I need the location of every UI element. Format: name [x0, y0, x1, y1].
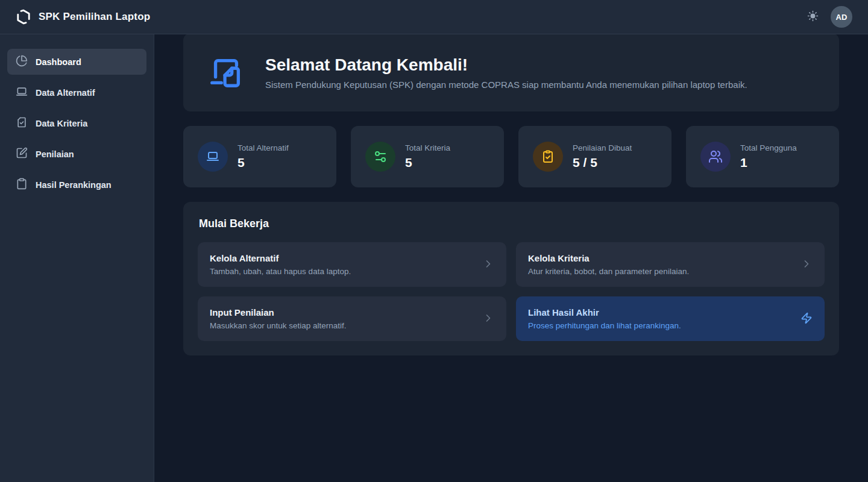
sidebar-item-label: Data Alternatif: [36, 88, 95, 98]
stat-card-total-kriteria: Total Kriteria 5: [351, 126, 504, 187]
sidebar-item-data-alternatif[interactable]: Data Alternatif: [7, 80, 146, 105]
users-icon: [700, 142, 731, 172]
stat-label: Total Kriteria: [405, 143, 450, 152]
user-avatar[interactable]: AD: [831, 6, 852, 28]
stat-card-total-alternatif: Total Alternatif 5: [183, 126, 336, 187]
action-description: Proses perhitungan dan lihat perankingan…: [528, 321, 681, 330]
action-description: Atur kriteria, bobot, dan parameter peni…: [528, 267, 689, 276]
laptop-file-icon: [207, 54, 245, 91]
app-logo-icon: [16, 9, 31, 25]
sun-icon: [807, 10, 819, 23]
action-title: Kelola Kriteria: [528, 253, 689, 263]
chevron-right-icon: [482, 258, 494, 272]
lihat-hasil-akhir-button[interactable]: Lihat Hasil Akhir Proses perhitungan dan…: [516, 296, 825, 341]
clipboard-check-icon: [533, 142, 563, 172]
clipboard-check-icon: [16, 116, 28, 130]
action-description: Masukkan skor untuk setiap alternatif.: [210, 321, 347, 330]
main-content: Selamat Datang Kembali! Sistem Pendukung…: [154, 0, 868, 380]
stat-value: 5 / 5: [573, 155, 632, 170]
laptop-icon: [198, 142, 228, 172]
zap-icon: [800, 312, 813, 326]
stat-label: Total Pengguna: [740, 143, 797, 152]
welcome-card: Selamat Datang Kembali! Sistem Pendukung…: [183, 33, 839, 111]
brand: SPK Pemilihan Laptop: [16, 9, 150, 25]
quick-start-grid: Kelola Alternatif Tambah, ubah, atau hap…: [198, 242, 825, 341]
sidebar-item-data-kriteria[interactable]: Data Kriteria: [7, 110, 146, 136]
stat-value: 5: [237, 155, 289, 170]
chevron-right-icon: [482, 312, 494, 326]
sidebar-item-label: Penilaian: [36, 149, 74, 159]
pie-chart-icon: [16, 55, 28, 69]
sidebar-item-label: Data Kriteria: [36, 119, 87, 128]
laptop-icon: [16, 86, 28, 99]
sidebar-item-dashboard[interactable]: Dashboard: [7, 49, 146, 75]
header-actions: AD: [807, 6, 852, 28]
sidebar: Dashboard Data Alternatif Data Kriteria …: [0, 34, 154, 482]
stat-value: 5: [405, 155, 450, 170]
clipboard-icon: [16, 178, 28, 192]
sidebar-item-label: Dashboard: [36, 57, 81, 67]
quick-start-card: Mulai Bekerja Kelola Alternatif Tambah, …: [183, 202, 839, 355]
sidebar-item-hasil-perankingan[interactable]: Hasil Perankingan: [7, 172, 146, 198]
theme-toggle-button[interactable]: [807, 10, 819, 23]
kelola-kriteria-button[interactable]: Kelola Kriteria Atur kriteria, bobot, da…: [516, 242, 825, 287]
sidebar-item-label: Hasil Perankingan: [36, 180, 112, 190]
square-pen-icon: [16, 147, 28, 161]
welcome-title: Selamat Datang Kembali!: [265, 55, 747, 75]
stats-row: Total Alternatif 5 Total Kriteria 5: [183, 126, 839, 187]
quick-start-title: Mulai Bekerja: [198, 218, 825, 230]
stat-label: Penilaian Dibuat: [573, 143, 632, 152]
stat-label: Total Alternatif: [237, 143, 289, 152]
chevron-right-icon: [800, 258, 813, 272]
action-title: Lihat Hasil Akhir: [528, 307, 681, 318]
action-title: Input Penilaian: [210, 307, 347, 318]
stat-value: 1: [740, 155, 797, 170]
action-title: Kelola Alternatif: [210, 253, 351, 263]
app-title: SPK Pemilihan Laptop: [39, 11, 150, 23]
sidebar-item-penilaian[interactable]: Penilaian: [7, 141, 146, 167]
welcome-text: Selamat Datang Kembali! Sistem Pendukung…: [265, 55, 747, 90]
stat-card-total-pengguna: Total Pengguna 1: [686, 126, 839, 187]
action-description: Tambah, ubah, atau hapus data laptop.: [210, 267, 351, 276]
input-penilaian-button[interactable]: Input Penilaian Masukkan skor untuk seti…: [198, 296, 506, 341]
settings-sliders-icon: [365, 142, 395, 172]
top-header: SPK Pemilihan Laptop AD: [0, 0, 868, 34]
stat-card-penilaian-dibuat: Penilaian Dibuat 5 / 5: [518, 126, 671, 187]
welcome-subtitle: Sistem Pendukung Keputusan (SPK) dengan …: [265, 80, 747, 90]
kelola-alternatif-button[interactable]: Kelola Alternatif Tambah, ubah, atau hap…: [198, 242, 506, 287]
